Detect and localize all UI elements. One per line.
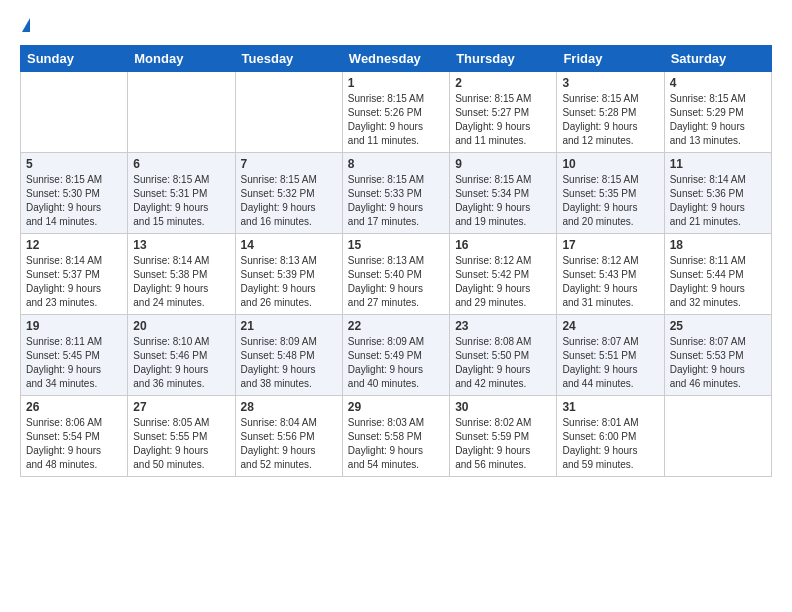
day-number: 17: [562, 238, 658, 252]
day-number: 29: [348, 400, 444, 414]
day-number: 11: [670, 157, 766, 171]
weekday-header-wednesday: Wednesday: [342, 46, 449, 72]
day-number: 5: [26, 157, 122, 171]
day-number: 7: [241, 157, 337, 171]
calendar-cell: 4Sunrise: 8:15 AM Sunset: 5:29 PM Daylig…: [664, 72, 771, 153]
day-info: Sunrise: 8:02 AM Sunset: 5:59 PM Dayligh…: [455, 416, 551, 472]
day-number: 23: [455, 319, 551, 333]
calendar-cell: [235, 72, 342, 153]
day-info: Sunrise: 8:06 AM Sunset: 5:54 PM Dayligh…: [26, 416, 122, 472]
calendar-cell: [664, 396, 771, 477]
day-info: Sunrise: 8:08 AM Sunset: 5:50 PM Dayligh…: [455, 335, 551, 391]
day-number: 9: [455, 157, 551, 171]
calendar-week-row: 1Sunrise: 8:15 AM Sunset: 5:26 PM Daylig…: [21, 72, 772, 153]
day-info: Sunrise: 8:15 AM Sunset: 5:35 PM Dayligh…: [562, 173, 658, 229]
day-info: Sunrise: 8:12 AM Sunset: 5:43 PM Dayligh…: [562, 254, 658, 310]
calendar-cell: 5Sunrise: 8:15 AM Sunset: 5:30 PM Daylig…: [21, 153, 128, 234]
day-number: 25: [670, 319, 766, 333]
calendar-cell: 30Sunrise: 8:02 AM Sunset: 5:59 PM Dayli…: [450, 396, 557, 477]
calendar-cell: 20Sunrise: 8:10 AM Sunset: 5:46 PM Dayli…: [128, 315, 235, 396]
day-info: Sunrise: 8:07 AM Sunset: 5:51 PM Dayligh…: [562, 335, 658, 391]
calendar-week-row: 12Sunrise: 8:14 AM Sunset: 5:37 PM Dayli…: [21, 234, 772, 315]
calendar-cell: 12Sunrise: 8:14 AM Sunset: 5:37 PM Dayli…: [21, 234, 128, 315]
day-number: 2: [455, 76, 551, 90]
day-info: Sunrise: 8:11 AM Sunset: 5:45 PM Dayligh…: [26, 335, 122, 391]
calendar-cell: 1Sunrise: 8:15 AM Sunset: 5:26 PM Daylig…: [342, 72, 449, 153]
day-info: Sunrise: 8:15 AM Sunset: 5:33 PM Dayligh…: [348, 173, 444, 229]
calendar-cell: 18Sunrise: 8:11 AM Sunset: 5:44 PM Dayli…: [664, 234, 771, 315]
calendar-week-row: 26Sunrise: 8:06 AM Sunset: 5:54 PM Dayli…: [21, 396, 772, 477]
day-info: Sunrise: 8:03 AM Sunset: 5:58 PM Dayligh…: [348, 416, 444, 472]
calendar-cell: 8Sunrise: 8:15 AM Sunset: 5:33 PM Daylig…: [342, 153, 449, 234]
day-info: Sunrise: 8:15 AM Sunset: 5:27 PM Dayligh…: [455, 92, 551, 148]
day-info: Sunrise: 8:12 AM Sunset: 5:42 PM Dayligh…: [455, 254, 551, 310]
day-number: 21: [241, 319, 337, 333]
day-number: 3: [562, 76, 658, 90]
calendar-cell: 11Sunrise: 8:14 AM Sunset: 5:36 PM Dayli…: [664, 153, 771, 234]
day-info: Sunrise: 8:15 AM Sunset: 5:32 PM Dayligh…: [241, 173, 337, 229]
calendar-cell: 19Sunrise: 8:11 AM Sunset: 5:45 PM Dayli…: [21, 315, 128, 396]
calendar-cell: 27Sunrise: 8:05 AM Sunset: 5:55 PM Dayli…: [128, 396, 235, 477]
day-number: 14: [241, 238, 337, 252]
day-number: 30: [455, 400, 551, 414]
calendar-cell: 3Sunrise: 8:15 AM Sunset: 5:28 PM Daylig…: [557, 72, 664, 153]
day-info: Sunrise: 8:14 AM Sunset: 5:38 PM Dayligh…: [133, 254, 229, 310]
calendar-cell: 25Sunrise: 8:07 AM Sunset: 5:53 PM Dayli…: [664, 315, 771, 396]
day-info: Sunrise: 8:09 AM Sunset: 5:49 PM Dayligh…: [348, 335, 444, 391]
day-info: Sunrise: 8:05 AM Sunset: 5:55 PM Dayligh…: [133, 416, 229, 472]
calendar-week-row: 19Sunrise: 8:11 AM Sunset: 5:45 PM Dayli…: [21, 315, 772, 396]
day-number: 13: [133, 238, 229, 252]
day-number: 24: [562, 319, 658, 333]
day-number: 31: [562, 400, 658, 414]
day-info: Sunrise: 8:15 AM Sunset: 5:34 PM Dayligh…: [455, 173, 551, 229]
calendar-cell: 16Sunrise: 8:12 AM Sunset: 5:42 PM Dayli…: [450, 234, 557, 315]
calendar-cell: 24Sunrise: 8:07 AM Sunset: 5:51 PM Dayli…: [557, 315, 664, 396]
day-number: 8: [348, 157, 444, 171]
day-info: Sunrise: 8:01 AM Sunset: 6:00 PM Dayligh…: [562, 416, 658, 472]
day-info: Sunrise: 8:14 AM Sunset: 5:36 PM Dayligh…: [670, 173, 766, 229]
weekday-header-sunday: Sunday: [21, 46, 128, 72]
day-number: 20: [133, 319, 229, 333]
day-number: 19: [26, 319, 122, 333]
day-number: 4: [670, 76, 766, 90]
day-info: Sunrise: 8:13 AM Sunset: 5:39 PM Dayligh…: [241, 254, 337, 310]
calendar-cell: 26Sunrise: 8:06 AM Sunset: 5:54 PM Dayli…: [21, 396, 128, 477]
day-info: Sunrise: 8:10 AM Sunset: 5:46 PM Dayligh…: [133, 335, 229, 391]
weekday-header-saturday: Saturday: [664, 46, 771, 72]
calendar-cell: 28Sunrise: 8:04 AM Sunset: 5:56 PM Dayli…: [235, 396, 342, 477]
day-info: Sunrise: 8:15 AM Sunset: 5:29 PM Dayligh…: [670, 92, 766, 148]
day-number: 22: [348, 319, 444, 333]
day-info: Sunrise: 8:15 AM Sunset: 5:30 PM Dayligh…: [26, 173, 122, 229]
day-info: Sunrise: 8:15 AM Sunset: 5:28 PM Dayligh…: [562, 92, 658, 148]
weekday-header-monday: Monday: [128, 46, 235, 72]
calendar-cell: 9Sunrise: 8:15 AM Sunset: 5:34 PM Daylig…: [450, 153, 557, 234]
calendar-cell: 21Sunrise: 8:09 AM Sunset: 5:48 PM Dayli…: [235, 315, 342, 396]
calendar-cell: 15Sunrise: 8:13 AM Sunset: 5:40 PM Dayli…: [342, 234, 449, 315]
day-number: 18: [670, 238, 766, 252]
calendar-cell: 29Sunrise: 8:03 AM Sunset: 5:58 PM Dayli…: [342, 396, 449, 477]
logo: [20, 16, 30, 35]
calendar-cell: 31Sunrise: 8:01 AM Sunset: 6:00 PM Dayli…: [557, 396, 664, 477]
calendar-week-row: 5Sunrise: 8:15 AM Sunset: 5:30 PM Daylig…: [21, 153, 772, 234]
calendar-cell: [21, 72, 128, 153]
day-number: 6: [133, 157, 229, 171]
calendar-cell: 14Sunrise: 8:13 AM Sunset: 5:39 PM Dayli…: [235, 234, 342, 315]
day-number: 28: [241, 400, 337, 414]
calendar-cell: 23Sunrise: 8:08 AM Sunset: 5:50 PM Dayli…: [450, 315, 557, 396]
calendar-cell: 2Sunrise: 8:15 AM Sunset: 5:27 PM Daylig…: [450, 72, 557, 153]
calendar-cell: 10Sunrise: 8:15 AM Sunset: 5:35 PM Dayli…: [557, 153, 664, 234]
day-number: 10: [562, 157, 658, 171]
day-number: 15: [348, 238, 444, 252]
calendar-cell: 13Sunrise: 8:14 AM Sunset: 5:38 PM Dayli…: [128, 234, 235, 315]
day-number: 16: [455, 238, 551, 252]
day-number: 26: [26, 400, 122, 414]
calendar-cell: 22Sunrise: 8:09 AM Sunset: 5:49 PM Dayli…: [342, 315, 449, 396]
weekday-header-tuesday: Tuesday: [235, 46, 342, 72]
day-info: Sunrise: 8:13 AM Sunset: 5:40 PM Dayligh…: [348, 254, 444, 310]
calendar-cell: 7Sunrise: 8:15 AM Sunset: 5:32 PM Daylig…: [235, 153, 342, 234]
logo-top: [20, 16, 30, 35]
day-info: Sunrise: 8:04 AM Sunset: 5:56 PM Dayligh…: [241, 416, 337, 472]
day-info: Sunrise: 8:09 AM Sunset: 5:48 PM Dayligh…: [241, 335, 337, 391]
calendar-cell: 17Sunrise: 8:12 AM Sunset: 5:43 PM Dayli…: [557, 234, 664, 315]
calendar-cell: [128, 72, 235, 153]
